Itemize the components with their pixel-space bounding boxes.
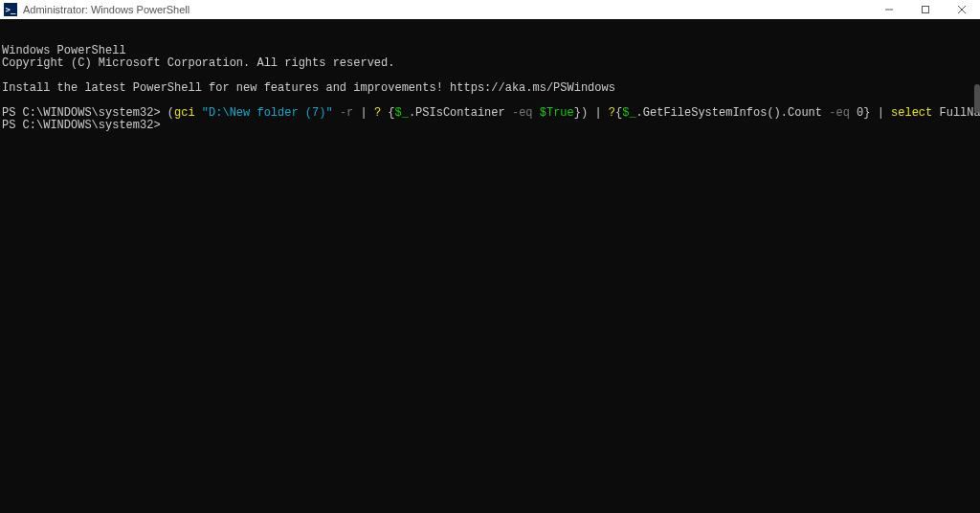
terminal-token: .PSIsContainer (409, 106, 512, 120)
terminal-area[interactable]: Windows PowerShellCopyright (C) Microsof… (0, 19, 980, 513)
terminal-token: | (878, 106, 884, 120)
terminal-token: $_ (395, 106, 409, 120)
terminal-token: .GetFileSystemInfos().Count (636, 106, 830, 120)
svg-rect-1 (923, 7, 929, 13)
terminal-token: $_ (622, 106, 635, 120)
terminal-token (602, 106, 609, 120)
terminal-token: Windows PowerShell (2, 44, 126, 57)
terminal-token: ( (167, 106, 174, 120)
terminal-token: select (891, 106, 932, 120)
terminal-token: Copyright (C) Microsoft Corporation. All… (2, 56, 394, 70)
terminal-token: gci (174, 106, 195, 120)
maximize-button[interactable] (907, 0, 944, 19)
scrollbar-thumb[interactable] (974, 84, 980, 113)
terminal-token: "D:\New folder (7)" (202, 106, 333, 120)
terminal-token (368, 106, 374, 120)
window-controls (871, 0, 980, 19)
close-button[interactable] (944, 0, 980, 19)
terminal-token: $True (540, 106, 574, 120)
terminal-token: ? (374, 106, 381, 120)
powershell-window: >_ Administrator: Windows PowerShell Win… (0, 0, 980, 513)
terminal-token: ? (609, 106, 615, 120)
terminal-token: | (360, 106, 367, 120)
terminal-line: PS C:\WINDOWS\system32> (2, 120, 978, 132)
terminal-token: -eq (512, 106, 533, 120)
terminal-token: -r (340, 106, 353, 120)
terminal-token: PS C:\WINDOWS\system32> (2, 106, 167, 120)
terminal-token: PS C:\WINDOWS\system32> (2, 119, 161, 132)
window-title: Administrator: Windows PowerShell (23, 4, 189, 15)
titlebar[interactable]: >_ Administrator: Windows PowerShell (0, 0, 980, 19)
terminal-token: { (381, 106, 394, 120)
terminal-token: -eq (829, 106, 850, 120)
terminal-token (884, 106, 891, 120)
terminal-line: Install the latest PowerShell for new fe… (2, 82, 978, 95)
terminal-token (195, 106, 202, 120)
terminal-token (333, 106, 340, 120)
terminal-token: FullName (932, 106, 980, 120)
terminal-token: Install the latest PowerShell for new fe… (2, 81, 615, 95)
terminal-token (870, 106, 877, 120)
terminal-token: | (594, 106, 601, 120)
powershell-icon: >_ (4, 3, 17, 16)
minimize-button[interactable] (871, 0, 907, 19)
terminal-line: Copyright (C) Microsoft Corporation. All… (2, 57, 978, 70)
terminal-token (533, 106, 540, 120)
terminal-token: } (574, 106, 581, 120)
terminal-token (850, 106, 857, 120)
